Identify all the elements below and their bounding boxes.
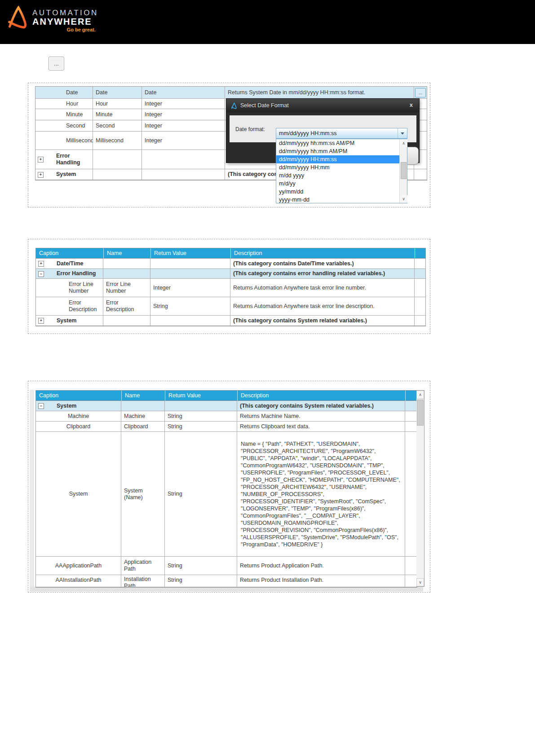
collapse-minus-icon[interactable]: − [38, 271, 44, 277]
grid-left-gutter [30, 390, 34, 587]
name-cell: Error Line Number [103, 279, 150, 297]
page: AUTOMATION ANYWHERE Go be great. ... Dat… [0, 0, 535, 756]
description-cell: Returns Clipboard text data. [237, 422, 405, 432]
select-date-format-dialog: Select Date Format x Date format: mm/dd/… [226, 98, 420, 163]
automation-anywhere-logo: AUTOMATION ANYWHERE Go be great. [6, 3, 98, 33]
scroll-down-icon[interactable]: ∨ [416, 578, 424, 586]
name-cell: Installation Path [121, 575, 165, 587]
caption-cell: Clipboard [36, 422, 121, 432]
description-cell: Name = { "Path", "PATHEXT", "USERDOMAIN"… [237, 432, 405, 557]
cell-actions [415, 316, 425, 326]
column-header-caption[interactable]: Caption [36, 248, 103, 259]
dialog-title-bar[interactable]: Select Date Format x [226, 99, 419, 112]
cell-actions [405, 557, 417, 575]
dropdown-option[interactable]: yy/mm/dd [276, 188, 399, 196]
collapse-minus-icon[interactable]: − [38, 403, 44, 409]
date-format-combobox[interactable]: mm/dd/yyyy HH:mm:ss [276, 128, 407, 139]
close-icon[interactable]: x [410, 101, 413, 108]
name-cell [103, 259, 150, 269]
description-cell: Returns Product Installation Path. [237, 575, 405, 587]
open-date-format-button[interactable]: ... [415, 88, 426, 97]
column-header-description[interactable]: Description [237, 391, 405, 401]
column-header-name[interactable]: Name [121, 391, 165, 401]
caption-cell: − System [36, 401, 121, 411]
brand-line1: AUTOMATION [32, 9, 98, 17]
expand-plus-icon[interactable]: + [38, 172, 44, 178]
column-header-caption[interactable]: Caption [36, 391, 121, 401]
scrollbar-thumb[interactable] [401, 162, 407, 179]
column-header-name[interactable]: Name [103, 248, 150, 259]
error-handling-grid: Caption Name Return Value Description + … [35, 248, 426, 326]
column-header-blank [415, 248, 425, 259]
name-cell [93, 150, 142, 169]
grid-vertical-scrollbar[interactable]: ∧ ∨ [416, 390, 424, 587]
scroll-down-icon[interactable]: ∨ [400, 195, 407, 203]
dropdown-option-selected[interactable]: dd/mm/yyyy HH:mm:ss [276, 155, 399, 163]
column-header-description[interactable]: Description [230, 248, 415, 259]
category-label: System [57, 317, 76, 324]
category-label: Date/Time [57, 260, 84, 267]
scroll-up-icon[interactable]: ∧ [416, 391, 424, 399]
expand-plus-icon[interactable]: + [38, 318, 44, 324]
return-value-cell [150, 269, 230, 279]
caption-cell: + System [36, 316, 103, 326]
return-value-cell: Integer [142, 109, 225, 120]
column-header-return-value[interactable]: Return Value [165, 391, 237, 401]
dropdown-option[interactable]: yyyy-mm-dd [276, 196, 399, 204]
brand-tagline: Go be great. [32, 26, 98, 33]
caption-cell: Millisecond [35, 132, 93, 150]
dropdown-option[interactable]: dd/mm/yyyy hh:mm:ss AM/PM [276, 139, 399, 147]
ellipsis-button[interactable]: ... [49, 57, 64, 70]
name-cell: Millisecond [93, 132, 142, 150]
brand-a-icon [6, 3, 31, 33]
dialog-a-icon [231, 102, 238, 109]
cell-actions [415, 269, 425, 279]
name-cell: Minute [93, 109, 142, 120]
cell-actions [415, 279, 425, 297]
expand-plus-icon[interactable]: + [38, 261, 44, 267]
return-value-cell [142, 150, 225, 169]
return-value-cell: String [150, 297, 230, 316]
dropdown-option[interactable]: m/dd yyyy [276, 171, 399, 180]
category-label: System [57, 403, 76, 409]
caption-cell: AAInstallationPath [36, 575, 121, 587]
column-header-return-value[interactable]: Return Value [150, 248, 230, 259]
dropdown-option[interactable]: dd/mm/yyyy hh:mm AM/PM [276, 147, 399, 155]
description-cell: (This category contains System related v… [237, 401, 405, 411]
cell-actions [405, 401, 417, 411]
caption-cell: Hour [35, 99, 93, 109]
caption-cell: Error Description [36, 297, 103, 316]
name-cell [103, 269, 150, 279]
environment-names-text: Name = { "Path", "PATHEXT", "USERDOMAIN"… [237, 438, 405, 551]
return-value-cell: Integer [142, 99, 225, 109]
caption-cell: Date [35, 87, 93, 99]
return-value-cell: Integer [142, 120, 225, 132]
cell-actions [405, 411, 417, 422]
system-variables-grid: Caption Name Return Value Description − … [35, 390, 417, 588]
expand-plus-icon[interactable]: + [38, 157, 44, 163]
screenshot-frame-date-variables: Date Date Date Returns System Date in mm… [28, 83, 430, 207]
dropdown-option[interactable]: m/d/yy [276, 180, 399, 188]
scrollbar-thumb[interactable] [417, 400, 424, 426]
cell-actions: ... [414, 87, 427, 99]
app-header-bar: AUTOMATION ANYWHERE Go be great. [0, 0, 535, 44]
name-cell: Clipboard [121, 422, 165, 432]
scroll-up-icon[interactable]: ∧ [400, 139, 407, 147]
caption-cell: Second [35, 120, 93, 132]
return-value-cell: Integer [150, 279, 230, 297]
name-cell [121, 401, 165, 411]
caption-cell: Minute [35, 109, 93, 120]
screenshot-frame-error-handling: Caption Name Return Value Description + … [28, 239, 430, 334]
dropdown-arrow-icon[interactable] [398, 128, 407, 138]
brand-text: AUTOMATION ANYWHERE Go be great. [32, 9, 98, 33]
caption-cell: AAApplicationPath [36, 557, 121, 575]
return-value-cell: String [165, 557, 237, 575]
dropdown-scrollbar[interactable]: ∧ ∨ [399, 139, 407, 203]
name-cell [93, 169, 142, 180]
caption-cell: Machine [36, 411, 121, 422]
category-label: System [56, 171, 76, 178]
return-value-cell [142, 169, 225, 180]
dropdown-option[interactable]: dd/mm/yyyy HH:mm [276, 163, 399, 171]
cell-actions [405, 422, 417, 432]
return-value-cell: Integer [142, 132, 225, 150]
